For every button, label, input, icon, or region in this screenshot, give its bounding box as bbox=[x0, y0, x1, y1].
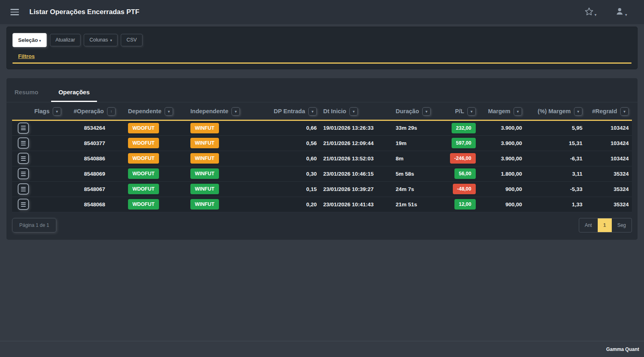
regraid-cell: 103424 bbox=[586, 151, 632, 166]
pl-badge: 12,00 bbox=[454, 199, 476, 210]
margem-cell: 900,00 bbox=[479, 197, 525, 212]
table-row: 8548068WDOFUTWINFUT0,2023/01/2026 10:41:… bbox=[12, 197, 632, 212]
filter-dropdown-button-flags[interactable]: ▾ bbox=[53, 107, 61, 116]
margem-cell: 1.800,00 bbox=[479, 166, 525, 181]
selecao-dropdown-button[interactable]: Seleção▾ bbox=[12, 33, 47, 47]
toolbar-buttons: Seleção▾ Atualizar Colunas ▾ CSV bbox=[12, 33, 632, 47]
pagination: Ant 1 Seg bbox=[579, 218, 632, 232]
list-icon bbox=[21, 202, 26, 203]
duracao-cell: 5m 58s bbox=[392, 166, 439, 181]
filter-dropdown-button-dp_entrada[interactable]: ▾ bbox=[308, 107, 317, 116]
margem-cell: 3.900,00 bbox=[479, 120, 525, 135]
pl-badge: 232,00 bbox=[452, 123, 476, 133]
operacao-cell: 8534264 bbox=[64, 120, 125, 135]
toolbar-panel: Seleção▾ Atualizar Colunas ▾ CSV Filtros bbox=[6, 27, 638, 69]
independente-badge: WINFUT bbox=[190, 123, 219, 133]
table-container: Flags▾#Operação↑Dependente▾Independente▾… bbox=[6, 102, 638, 212]
regraid-cell: 35324 bbox=[586, 181, 632, 197]
col-header-pl: P/L bbox=[455, 108, 464, 114]
colunas-dropdown-button[interactable]: Colunas ▾ bbox=[84, 34, 118, 46]
pagination-page-1-button[interactable]: 1 bbox=[598, 218, 612, 232]
operacao-cell: 8540377 bbox=[64, 135, 125, 151]
dependente-badge: WDOFUT bbox=[128, 199, 159, 210]
atualizar-button[interactable]: Atualizar bbox=[50, 34, 81, 46]
row-actions-button[interactable] bbox=[18, 137, 29, 149]
navbar-actions: ▾ ▾ bbox=[584, 7, 634, 18]
table-row: 8548067WDOFUTWINFUT0,1523/01/2026 10:39:… bbox=[12, 181, 632, 197]
operacao-cell: 8548068 bbox=[64, 197, 125, 212]
dp_entrada-cell: 0,30 bbox=[254, 166, 320, 181]
table-row: 8548069WDOFUTWINFUT0,3023/01/2026 10:46:… bbox=[12, 166, 632, 181]
row-actions-button[interactable] bbox=[18, 168, 29, 179]
row-actions-button[interactable] bbox=[18, 199, 29, 210]
chevron-down-icon: ▾ bbox=[109, 38, 112, 42]
row-actions-button[interactable] bbox=[18, 183, 29, 195]
table-footer: Página 1 de 1 Ant 1 Seg bbox=[6, 212, 638, 240]
filter-dropdown-button-pct_margem[interactable]: ▾ bbox=[574, 107, 582, 116]
filter-dropdown-button-dependente[interactable]: ▾ bbox=[165, 107, 173, 116]
tabs-bar: Resumo Operações bbox=[6, 78, 638, 102]
row-actions-button[interactable] bbox=[18, 122, 29, 134]
dt_inicio-cell: 23/01/2026 10:39:27 bbox=[320, 181, 392, 197]
filter-dropdown-button-dt_inicio[interactable]: ▾ bbox=[349, 107, 358, 116]
pl-badge: 56,00 bbox=[454, 168, 476, 179]
pct_margem-cell: 5,95 bbox=[525, 120, 586, 135]
filter-dropdown-button-regraid[interactable]: ▾ bbox=[620, 107, 629, 116]
regraid-cell: 35324 bbox=[586, 197, 632, 212]
col-header-pct_margem: (%) Margem bbox=[538, 108, 571, 114]
filtros-link[interactable]: Filtros bbox=[18, 53, 35, 59]
duracao-cell: 21m 51s bbox=[392, 197, 439, 212]
operacao-cell: 8548069 bbox=[64, 166, 125, 181]
pct_margem-cell: 3,11 bbox=[525, 166, 586, 181]
favorites-dropdown[interactable]: ▾ bbox=[584, 7, 597, 18]
list-icon bbox=[21, 187, 26, 188]
pl-badge: 597,00 bbox=[452, 138, 476, 148]
margem-cell: 3.900,00 bbox=[479, 135, 525, 151]
pct_margem-cell: -6,31 bbox=[525, 151, 586, 166]
pct_margem-cell: 15,31 bbox=[525, 135, 586, 151]
pagination-prev-button[interactable]: Ant bbox=[579, 218, 598, 232]
col-header-operacao: #Operação bbox=[74, 108, 104, 114]
row-actions-button[interactable] bbox=[18, 153, 29, 164]
operations-table: Flags▾#Operação↑Dependente▾Independente▾… bbox=[12, 103, 632, 212]
independente-badge: WINFUT bbox=[190, 199, 219, 210]
user-menu-dropdown[interactable]: ▾ bbox=[615, 7, 627, 18]
page-info-button[interactable]: Página 1 de 1 bbox=[12, 218, 56, 232]
table-header-row: Flags▾#Operação↑Dependente▾Independente▾… bbox=[12, 103, 632, 120]
csv-button[interactable]: CSV bbox=[121, 34, 142, 46]
tab-resumo[interactable]: Resumo bbox=[14, 86, 39, 102]
margem-cell: 900,00 bbox=[479, 181, 525, 197]
col-header-dt_inicio: Dt Inicio bbox=[323, 108, 346, 114]
operations-panel: Resumo Operações Flags▾#Operação↑Depende… bbox=[6, 78, 638, 240]
brand-label: Gamma Quant bbox=[606, 347, 639, 352]
col-header-margem: Margem bbox=[488, 108, 510, 114]
tab-operacoes[interactable]: Operações bbox=[58, 86, 91, 102]
pagination-next-button[interactable]: Seg bbox=[612, 218, 632, 232]
chevron-down-icon: ▾ bbox=[594, 12, 597, 18]
pl-badge: -246,00 bbox=[450, 153, 476, 164]
margem-cell: 3.900,00 bbox=[479, 151, 525, 166]
col-header-flags: Flags bbox=[34, 108, 50, 114]
user-icon bbox=[615, 7, 624, 18]
filter-dropdown-button-margem[interactable]: ▾ bbox=[514, 107, 522, 116]
independente-badge: WINFUT bbox=[190, 184, 219, 194]
page-footer: Gamma Quant bbox=[0, 341, 644, 357]
filter-dropdown-button-pl[interactable]: ▾ bbox=[467, 107, 476, 116]
independente-badge: WINFUT bbox=[190, 138, 219, 148]
duracao-cell: 33m 29s bbox=[392, 120, 439, 135]
top-navbar: Listar Operações Encerradas PTF ▾ ▾ bbox=[0, 0, 644, 24]
dt_inicio-cell: 23/01/2026 10:46:15 bbox=[320, 166, 392, 181]
list-icon bbox=[21, 126, 26, 127]
page-title: Listar Operações Encerradas PTF bbox=[29, 8, 139, 16]
dt_inicio-cell: 23/01/2026 10:41:43 bbox=[320, 197, 392, 212]
sort-asc-button-operacao[interactable]: ↑ bbox=[107, 107, 116, 116]
list-icon bbox=[21, 141, 26, 142]
list-icon bbox=[21, 172, 26, 172]
filter-dropdown-button-independente[interactable]: ▾ bbox=[231, 107, 240, 116]
dependente-badge: WDOFUT bbox=[128, 138, 159, 148]
pct_margem-cell: -5,33 bbox=[525, 181, 586, 197]
filter-dropdown-button-duracao[interactable]: ▾ bbox=[422, 107, 431, 116]
duracao-cell: 24m 7s bbox=[392, 181, 439, 197]
regraid-cell: 35324 bbox=[586, 166, 632, 181]
menu-icon[interactable] bbox=[10, 9, 19, 15]
